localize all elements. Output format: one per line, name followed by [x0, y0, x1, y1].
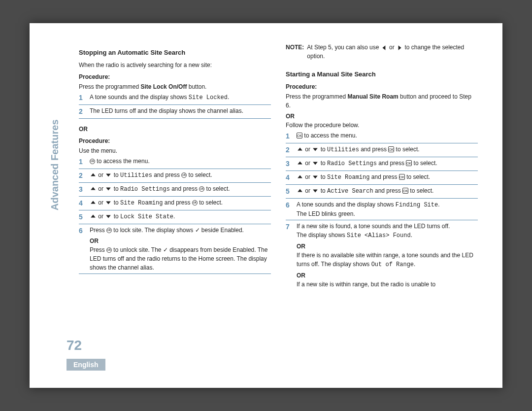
step-number: 2 — [79, 171, 90, 181]
step-number: 4 — [79, 198, 90, 208]
ok-circle-icon: ok — [199, 186, 204, 192]
step-number: 7 — [286, 222, 297, 232]
step-text: OK to access the menu. — [297, 131, 478, 140]
procedure-label: Procedure: — [79, 72, 271, 81]
procedure-label: Procedure: — [79, 137, 271, 145]
procedure-1-text: Press the programmed Site Lock On/Off bu… — [79, 82, 271, 91]
ok-button-icon: OK — [402, 188, 408, 194]
menu-step: 2 or to Utilities and press ok to select… — [79, 169, 271, 183]
step-text: or to Radio Settings and press OK to sel… — [297, 159, 478, 168]
step-row: 3 or to Radio Settings and press OK to s… — [286, 157, 478, 171]
step-number: 6 — [286, 200, 297, 210]
step-text: A tone sounds and the display shows Find… — [297, 200, 478, 218]
left-column: Stopping an Automatic Site Search When t… — [79, 43, 271, 334]
down-arrow-icon — [312, 174, 318, 180]
up-arrow-icon — [297, 188, 303, 194]
manual-page: Stopping an Automatic Site Search When t… — [30, 23, 502, 388]
step-text: Press ok to lock site. The display shows… — [90, 226, 271, 272]
up-arrow-icon — [297, 146, 303, 152]
ok-circle-icon: ok — [192, 200, 198, 206]
start-manual-search-heading: Starting a Manual Site Search — [286, 69, 478, 79]
up-arrow-icon — [90, 186, 96, 192]
intro-text: When the radio is actively searching for… — [79, 61, 271, 69]
language-tab: English — [66, 359, 105, 371]
step-number: 4 — [286, 172, 297, 183]
ok-button-icon: OK — [399, 174, 405, 180]
menu-step: 3 or to Radio Settings and press ok to s… — [79, 183, 271, 197]
step-text: or to Radio Settings and press ok to sel… — [90, 184, 271, 194]
step-row: 1 OK to access the menu. — [286, 130, 478, 143]
step-text: or to Utilities and press OK to select. — [297, 145, 478, 154]
step-row: 6 A tone sounds and the display shows Fi… — [286, 199, 478, 220]
step-text: ok to access the menu. — [90, 157, 271, 166]
up-arrow-icon — [90, 213, 96, 219]
step-number: 5 — [79, 212, 90, 222]
use-menu-text: Use the menu. — [79, 146, 271, 155]
down-arrow-icon — [312, 188, 318, 194]
up-arrow-icon — [297, 160, 303, 166]
step-row: 1 A tone sounds and the display shows Si… — [79, 91, 271, 105]
right-arrow-icon — [397, 45, 402, 51]
step-number: 3 — [79, 184, 90, 195]
step-text: The LED turns off and the display shows … — [90, 106, 271, 115]
step-text: or to Site Roaming and press OK to selec… — [297, 172, 478, 182]
procedure-text: Press the programmed Manual Site Roam bu… — [286, 92, 478, 110]
or-divider: OR — [297, 242, 478, 251]
ok-button-icon: OK — [297, 133, 302, 138]
menu-step: 5 or to Lock Site State. — [79, 210, 271, 224]
or-divider: OR — [286, 112, 478, 121]
step-number: 1 — [79, 93, 90, 103]
menu-step: 4 or to Site Roaming and press ok to sel… — [79, 197, 271, 210]
step-text: or to Utilities and press ok to select. — [90, 171, 271, 180]
menu-step: 6 Press ok to lock site. The display sho… — [79, 224, 271, 274]
down-arrow-icon — [105, 172, 111, 178]
up-arrow-icon — [297, 174, 303, 180]
ok-circle-icon: ok — [106, 228, 112, 233]
step-number: 5 — [286, 186, 297, 197]
step-row: 2 The LED turns off and the display show… — [79, 105, 271, 119]
ok-circle-icon: ok — [90, 159, 95, 164]
ok-circle-icon: ok — [106, 247, 112, 253]
down-arrow-icon — [105, 200, 111, 206]
step-text: or to Lock Site State. — [90, 212, 271, 221]
ok-button-icon: OK — [388, 146, 394, 152]
step-number: 6 — [79, 226, 90, 236]
step-text: or to Site Roaming and press ok to selec… — [90, 198, 271, 207]
step-number: 3 — [286, 159, 297, 169]
page-number: 72 — [66, 338, 82, 353]
down-arrow-icon — [105, 186, 111, 192]
step-row: 4 or to Site Roaming and press OK to sel… — [286, 171, 478, 185]
content-columns: Stopping an Automatic Site Search When t… — [54, 43, 478, 334]
ok-button-icon: OK — [406, 160, 412, 166]
follow-procedure-text: Follow the procedure below. — [286, 121, 478, 130]
section-sidebar-label: Advanced Features — [49, 119, 61, 210]
or-divider: OR — [90, 237, 271, 245]
menu-step: 1 ok to access the menu. — [79, 155, 271, 169]
or-divider: OR — [297, 271, 478, 280]
up-arrow-icon — [90, 200, 96, 206]
down-arrow-icon — [312, 160, 318, 166]
down-arrow-icon — [312, 146, 318, 152]
step-number: 1 — [79, 157, 90, 167]
step-row: 2 or to Utilities and press OK to select… — [286, 143, 478, 157]
step-text: If a new site is found, a tone sounds an… — [297, 222, 478, 289]
ok-circle-icon: ok — [181, 172, 187, 178]
procedure-label: Procedure: — [286, 82, 478, 91]
step-row: 7 If a new site is found, a tone sounds … — [286, 220, 478, 290]
down-arrow-icon — [105, 213, 111, 219]
right-column: NOTE: At Step 5, you can also use or to … — [286, 43, 478, 334]
up-arrow-icon — [90, 172, 96, 178]
step-number: 2 — [79, 106, 90, 117]
stop-auto-search-heading: Stopping an Automatic Site Search — [79, 48, 271, 58]
step-text: A tone sounds and the display shows Site… — [90, 93, 271, 102]
step-number: 1 — [286, 131, 297, 141]
step-text: or to Active Search and press OK to sele… — [297, 186, 478, 196]
note-block: NOTE: At Step 5, you can also use or to … — [286, 43, 478, 61]
or-divider: OR — [79, 125, 271, 134]
step-row: 5 or to Active Search and press OK to se… — [286, 185, 478, 199]
step-number: 2 — [286, 145, 297, 155]
left-arrow-icon — [381, 45, 387, 51]
